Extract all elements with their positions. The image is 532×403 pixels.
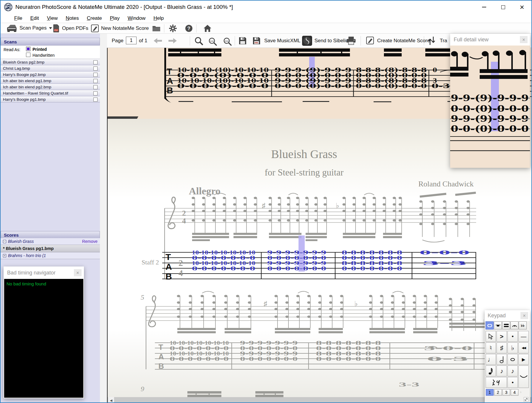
keypad-tab-notes[interactable] (486, 321, 494, 329)
keypad-page-4[interactable]: 4 (511, 389, 518, 396)
zoom-100-icon[interactable]: 100 (208, 37, 218, 46)
tie-key[interactable] (518, 365, 529, 388)
tab-number-row[interactable]: 3-3 (399, 381, 419, 388)
menu-edit[interactable]: Edit (30, 14, 39, 23)
collapse-icon[interactable]: − (3, 240, 6, 243)
keypad-page-1[interactable]: 1 (486, 389, 494, 396)
keypad-titlebar[interactable]: Keypad ✕ (485, 310, 530, 321)
scan-file-checkbox[interactable] (93, 79, 98, 83)
handwritten-checkbox[interactable] (26, 53, 30, 57)
expand-icon[interactable]: + (3, 254, 6, 257)
score-item-row[interactable]: + Brahms - horn trio (1 (1, 252, 100, 259)
score-item-row[interactable]: − Blueish Grass Remove (1, 238, 100, 245)
resize-handle-icon[interactable] (524, 397, 528, 402)
keypad-page-3[interactable]: 3 (502, 389, 510, 396)
close-button[interactable]: × (514, 1, 530, 14)
tenuto-key[interactable]: — (518, 331, 529, 342)
notes-measure-3[interactable]: ♭ (336, 193, 402, 238)
keypad-page-2[interactable]: 2 (494, 389, 502, 396)
play-key[interactable]: ▶ (518, 354, 529, 365)
tab-number-row[interactable]: 3-0-0 (424, 345, 473, 351)
notes-measure[interactable]: ♭ (354, 291, 438, 333)
notes-measure-2[interactable]: ♯ (262, 193, 327, 241)
close-icon[interactable]: ✕ (520, 36, 528, 43)
menu-play[interactable]: Play (110, 14, 120, 23)
accent-key[interactable]: > (497, 331, 507, 342)
open-pdfs-button[interactable]: PDF Open PDFs (53, 24, 88, 32)
zoom-200-icon[interactable]: 200 (223, 37, 232, 46)
tab-number-row[interactable]: 0-0-0-0-0-0-0 (240, 356, 298, 362)
close-icon[interactable]: ✕ (74, 269, 82, 276)
notes-measure[interactable]: ♭ (449, 298, 491, 331)
menu-file[interactable]: File (14, 14, 22, 23)
tab-measure-3[interactable]: 8-8-8-8-8-8-8 0-0-0-0-0-0-0 8-8-8-8-8-8-… (342, 249, 402, 272)
full-detail-content[interactable]: 9-9-(9)-9-9-9 0-0-(0)-0-0-0 9-9-(9)-9-9-… (450, 46, 530, 168)
bad-timing-titlebar[interactable]: Bad timing navigator ✕ (4, 266, 84, 279)
eighth-note-key[interactable]: ♪ (497, 365, 507, 376)
tab-number-row[interactable]: 0-0-0-0-0-0-0 (316, 356, 381, 362)
half-note-key[interactable] (497, 354, 507, 365)
tab-number-row[interactable]: 9-9-(9)-9-9-9 (451, 113, 529, 124)
tab-number-row[interactable]: 0 (433, 66, 437, 74)
keypad-tab-beams[interactable] (502, 321, 510, 329)
keypad-tab-accidentals[interactable]: ♭♭ (519, 321, 527, 329)
quarter-note-key[interactable]: ♩ (486, 354, 496, 365)
open-folder-button[interactable] (152, 25, 161, 33)
minimize-button[interactable] (476, 1, 492, 14)
tab-number-row[interactable]: 0-0-0-0-0-0-0 (342, 265, 402, 272)
scan-file-checkbox[interactable] (93, 73, 98, 77)
tab-number-row[interactable]: 9-9-(9)-9-9-9 (451, 93, 529, 103)
tab-measure[interactable]: 9-9-9-9-9-9-9 0-0-0-0-0-0-0 9-9-9-9-9-9-… (240, 340, 298, 362)
scan-file-checkbox[interactable] (93, 91, 98, 95)
keypad-tab-articulations[interactable] (510, 321, 518, 329)
scan-file-row[interactable]: Christ Lag.bmp (1, 65, 100, 72)
tab-measure-2[interactable]: 9-9-9-9-9-9-9 0-0-0-0-0-0-0 9-9-9-9-9-9-… (267, 249, 326, 272)
remove-link[interactable]: Remove (82, 239, 98, 244)
scan-measure[interactable]: 9-9-9-(9)-9-9-9 0-0-0-(0)-0-0-0 9-9-9-(9… (275, 66, 351, 90)
scan-file-checkbox[interactable] (93, 66, 98, 71)
notes-measure[interactable]: ♯ (264, 291, 343, 333)
tab-number-row[interactable]: 0-0-0-0-0-0-0 (192, 265, 255, 272)
tab-number-row[interactable]: 0-0-(0)-0-0-0 (451, 103, 529, 114)
tab-number-row[interactable]: 0-3 (432, 82, 450, 90)
page-number-input[interactable] (126, 37, 137, 44)
scan-file-row[interactable]: Harry's Boogie pg2.bmp (1, 72, 100, 78)
scan-file-row[interactable]: Blueish Grass pg2.bmp (1, 59, 100, 65)
help-button[interactable]: ? (185, 25, 193, 33)
tab-number-row[interactable]: 0-0-0-(0)-0-0-0 (356, 82, 427, 90)
zoom-icon[interactable] (194, 36, 204, 46)
tab-number-row[interactable]: 3-3 (422, 260, 467, 266)
tab-number-row[interactable]: 0-0-0-(0)-0-0-0 (177, 82, 269, 90)
tab-number-row[interactable]: 0-0-0-(0)-0-0-0 (275, 82, 351, 90)
system-2[interactable]: 5 ♯ (131, 287, 515, 403)
maximize-button[interactable] (495, 1, 511, 14)
augmentation-dot-key[interactable]: • (507, 377, 518, 388)
sixteenth-note-key[interactable] (486, 365, 496, 376)
scan-file-checkbox[interactable] (93, 98, 98, 102)
notes-measure[interactable] (177, 291, 252, 333)
sibelius-icon[interactable] (302, 36, 312, 46)
scan-measure[interactable]: 8-8-8-(8)-8-8-8 0-0-0-(0)-0-0-0 8-8-8-(8… (356, 66, 427, 90)
scan-file-row[interactable]: Harry's Boogie pg1.bmp (1, 96, 100, 103)
horizontal-scrollbar[interactable]: ◀ (108, 397, 532, 403)
print-icon[interactable] (346, 37, 356, 45)
menu-notes[interactable]: Notes (66, 14, 79, 23)
flat-key[interactable]: ♭ (507, 342, 518, 353)
tab-number-row[interactable]: 0-0-(0)-0-0-0 (451, 124, 529, 134)
score-page-row-selected[interactable]: * Blueish Grass pg1.bmp (1, 245, 100, 252)
save-musicxml-icon[interactable]: XML (252, 37, 261, 45)
eighth-note-key-2[interactable]: ♪ (507, 365, 518, 376)
send-to-sibelius-label[interactable]: Send to Sibelius (314, 38, 351, 44)
scroll-up-arrow[interactable]: ▲ (525, 116, 529, 121)
scan-file-checkbox[interactable] (93, 85, 98, 89)
create-notateme-icon[interactable] (366, 37, 374, 44)
natural-key[interactable]: ♮ (486, 342, 496, 353)
tab-measure[interactable]: 10-10-10-10-10-10-10 0-0-0-0-0-0-0 10-10… (170, 340, 229, 362)
scan-file-row[interactable]: Ich aber bin elend pg1.bmp (1, 78, 100, 84)
scan-file-row[interactable]: Ich aber bin elend pg2.bmp (1, 84, 100, 90)
menu-view[interactable]: View (47, 14, 58, 23)
next-page-icon[interactable] (168, 38, 177, 44)
notes-measure-1[interactable] (192, 193, 257, 241)
cursor-key[interactable] (486, 331, 496, 342)
home-button[interactable] (203, 24, 212, 34)
